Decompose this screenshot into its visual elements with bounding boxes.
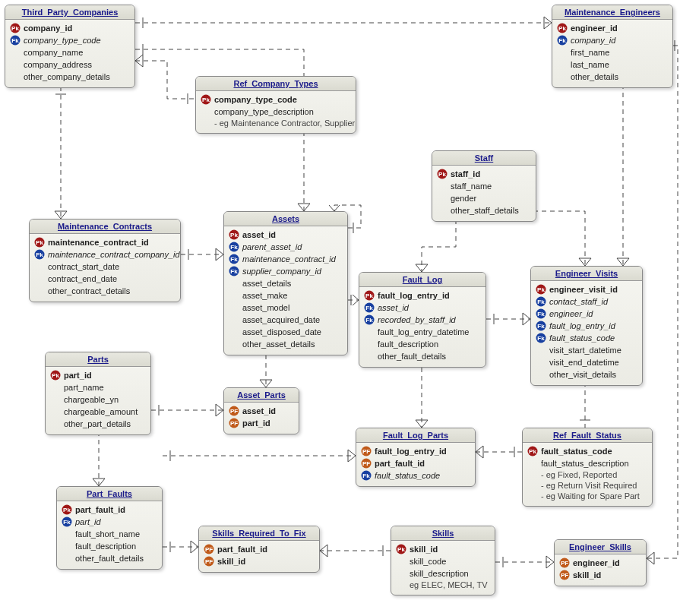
attribute-name: company_address [24,60,92,69]
attribute-row: company_type_description [201,106,351,118]
entity-title[interactable]: Asset_Parts [224,388,299,403]
entity-title[interactable]: Engineer_Visits [531,267,642,281]
entity-title[interactable]: Part_Faults [57,487,162,501]
attribute-row: contract_start_date [34,261,176,273]
blank-key-icon [50,394,61,405]
attribute-row: - eg Waiting for Spare Part [527,491,647,501]
svg-text:PF: PF [362,460,370,467]
attribute-name: skill_code [410,557,446,566]
pk-key-icon: Pk [229,229,239,240]
attribute-note: - eg Fixed, Reported [527,470,617,479]
attribute-name: other_company_details [24,72,110,81]
entity-body: Pkmaintenance_contract_idFkmaintenance_c… [30,234,180,302]
entity-body: PFpart_fault_idPFskill_id [199,541,319,572]
attribute-name: fault_status_code [549,333,615,343]
attribute-row: other_details [557,71,668,83]
attribute-name: fault_short_name [75,529,140,539]
pk-key-icon: Pk [50,370,61,381]
svg-text:Fk: Fk [230,268,238,275]
attribute-name: other_fault_details [75,554,144,563]
entity-body: Pkcompany_idFkcompany_type_codecompany_n… [5,20,134,87]
svg-text:Pk: Pk [529,448,536,455]
blank-key-icon [557,59,568,70]
entity-body: Pkcompany_type_codecompany_type_descript… [196,91,356,133]
svg-text:Pk: Pk [52,372,59,379]
entity-body: Pkpart_fault_idFkpart_idfault_short_name… [57,501,162,569]
svg-text:Fk: Fk [537,299,545,305]
attribute-name: staff_id [451,169,480,178]
attribute-row: contract_end_date [34,273,176,285]
entity-title[interactable]: Maintenance_Engineers [552,5,672,20]
entity-title[interactable]: Assets [224,212,347,226]
blank-key-icon [536,357,546,368]
attribute-name: asset_id [378,303,409,312]
attribute-row: Pkpart_id [50,369,146,381]
attribute-name: fault_log_entry_datetime [378,327,469,336]
entity-body: Pkpart_idpart_namechargeable_ynchargeabl… [46,367,150,434]
attribute-name: part_fault_id [375,459,425,468]
entity-title[interactable]: Skills_Required_To_Fix [199,526,319,541]
svg-text:PF: PF [362,448,370,455]
attribute-row: Fkcontact_staff_id [536,295,637,308]
entity-fault_log_parts: Fault_Log_PartsPFfault_log_entry_idPFpar… [356,428,476,487]
svg-text:Fk: Fk [537,323,545,330]
attribute-row: other_contract_details [34,285,176,297]
attribute-name: last_name [571,60,609,69]
blank-key-icon [229,278,239,289]
svg-text:Pk: Pk [202,96,210,103]
blank-key-icon [229,314,239,325]
entity-title[interactable]: Third_Party_Companies [5,5,134,20]
entity-title[interactable]: Skills [391,526,495,541]
blank-key-icon [364,339,375,349]
svg-text:Fk: Fk [558,37,566,44]
attribute-row: asset_make [229,289,343,302]
attribute-name: maintenance_contract_id [242,254,336,264]
attribute-row: other_fault_details [364,350,481,362]
svg-text:PF: PF [230,420,238,427]
entity-title[interactable]: Maintenance_Contracts [30,220,180,234]
blank-key-icon [557,47,568,58]
entity-title[interactable]: Fault_Log_Parts [356,428,475,443]
attribute-row: eg ELEC, MECH, TV [396,580,490,590]
entity-title[interactable]: Engineer_Skills [555,540,646,554]
attribute-row: other_company_details [10,71,130,83]
attribute-row: chargeable_yn [50,393,146,406]
blank-key-icon [229,290,239,301]
entity-title[interactable]: Ref_Company_Types [196,77,356,91]
attribute-name: skill_id [573,570,601,580]
blank-key-icon [10,71,21,82]
attribute-row: Fkmaintenance_contract_company_id [34,248,176,261]
entity-title[interactable]: Parts [46,352,150,367]
svg-text:PF: PF [205,546,213,553]
blank-key-icon [34,273,45,284]
attribute-name: first_name [571,48,609,57]
pf-key-icon: PF [204,544,214,554]
attribute-row: other_staff_details [437,204,531,216]
entity-body: Pkfault_log_entry_idFkasset_idFkrecorded… [359,287,485,367]
svg-text:PF: PF [561,560,568,567]
pf-key-icon: PF [229,418,239,428]
fk-key-icon: Fk [557,35,568,46]
attribute-name: asset_make [242,291,287,300]
entity-title[interactable]: Ref_Fault_Status [523,428,652,443]
svg-text:PF: PF [561,572,568,579]
attribute-name: maintenance_contract_id [48,238,149,247]
attribute-row: fault_status_description [527,457,647,469]
svg-text:Pk: Pk [63,507,71,513]
attribute-row: Fkmaintenance_contract_id [229,253,343,265]
attribute-row: Fkparent_asset_id [229,241,343,253]
entity-title[interactable]: Staff [432,151,536,166]
attribute-row: Pkengineer_id [557,22,668,34]
attribute-name: company_type_description [214,107,314,116]
entity-title[interactable]: Fault_Log [359,273,485,287]
fk-key-icon: Fk [361,470,372,481]
attribute-row: company_name [10,46,130,58]
attribute-row: gender [437,192,531,204]
entity-parts: PartsPkpart_idpart_namechargeable_ynchar… [45,352,151,435]
svg-text:Pk: Pk [11,25,19,32]
attribute-row: visit_start_datetime [536,344,637,356]
attribute-name: engineer_id [549,309,593,318]
attribute-note: eg ELEC, MECH, TV [396,580,488,589]
attribute-row: asset_disposed_date [229,326,343,338]
attribute-row: Pkpart_fault_id [62,504,157,516]
